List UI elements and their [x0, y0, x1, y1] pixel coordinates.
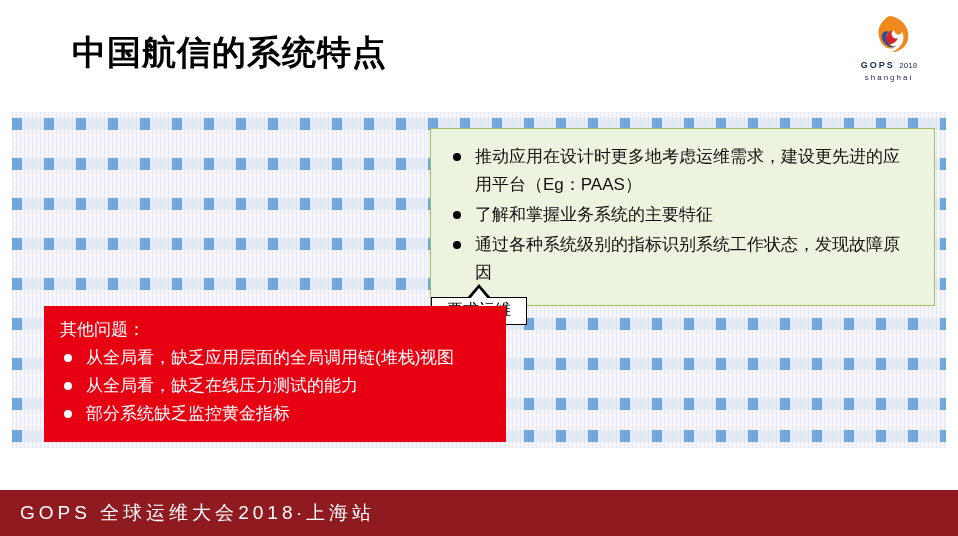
- conference-logo: GOPS 2018 shanghai: [854, 14, 924, 82]
- logo-brand: GOPS 2018: [854, 54, 924, 72]
- footer-bar: GOPS 全球运维大会2018·上海站: [0, 490, 958, 536]
- requirement-item: 了解和掌握业务系统的主要特征: [449, 201, 916, 229]
- arrow-up-icon: [467, 284, 491, 298]
- issues-box: 其他问题： 从全局看，缺乏应用层面的全局调用链(堆栈)视图 从全局看，缺乏在线压…: [44, 306, 506, 442]
- flame-icon: [866, 14, 912, 54]
- issues-header: 其他问题：: [60, 316, 490, 344]
- requirements-box: 推动应用在设计时更多地考虑运维需求，建设更先进的应用平台（Eg：PAAS） 了解…: [430, 128, 935, 306]
- issue-item: 部分系统缺乏监控黄金指标: [60, 400, 490, 428]
- issue-item: 从全局看，缺乏应用层面的全局调用链(堆栈)视图: [60, 344, 490, 372]
- slide: 中国航信的系统特点 GOPS 2018 shanghai 推动应用在设计时更多地…: [0, 0, 958, 536]
- requirement-item: 推动应用在设计时更多地考虑运维需求，建设更先进的应用平台（Eg：PAAS）: [449, 143, 916, 199]
- slide-title: 中国航信的系统特点: [72, 30, 387, 76]
- issue-item: 从全局看，缺乏在线压力测试的能力: [60, 372, 490, 400]
- logo-subtitle: shanghai: [854, 73, 924, 82]
- footer-text: GOPS 全球运维大会2018·上海站: [20, 500, 375, 526]
- requirement-item: 通过各种系统级别的指标识别系统工作状态，发现故障原因: [449, 231, 916, 287]
